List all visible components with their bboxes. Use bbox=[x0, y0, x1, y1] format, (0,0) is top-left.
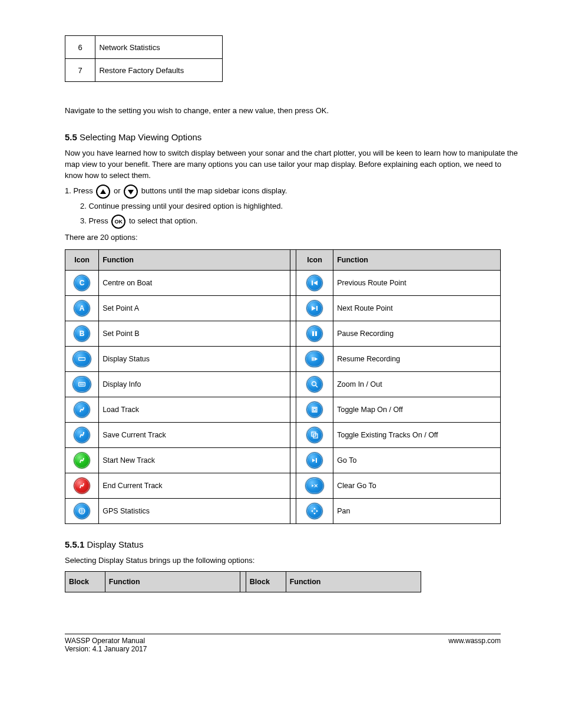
function-label: Start New Track bbox=[99, 448, 290, 473]
table-row: End Current Track Clear Go To bbox=[65, 473, 501, 499]
load-track-icon bbox=[74, 401, 90, 418]
col-header: Block bbox=[65, 571, 105, 592]
status-table: Block Function Block Function bbox=[65, 571, 421, 592]
svg-marker-25 bbox=[313, 513, 316, 515]
toggle-tracks-icon bbox=[306, 427, 323, 443]
go-to-icon bbox=[306, 452, 323, 469]
row-label: Restore Factory Defaults bbox=[95, 59, 223, 82]
zoom-icon bbox=[306, 376, 323, 393]
svg-marker-2 bbox=[312, 306, 316, 311]
table-row: B Set Point B Pause Recording bbox=[65, 321, 501, 347]
svg-rect-5 bbox=[315, 331, 317, 336]
table-row: Display Status Resume Recording bbox=[65, 347, 501, 372]
table-row: GPS Statistics Pan bbox=[65, 499, 501, 524]
svg-marker-27 bbox=[316, 510, 318, 512]
section-paragraph: Selecting Display Status brings up the f… bbox=[65, 555, 521, 566]
svg-rect-10 bbox=[79, 383, 85, 386]
svg-rect-8 bbox=[313, 357, 315, 361]
svg-marker-26 bbox=[311, 510, 313, 512]
toggle-map-icon bbox=[306, 401, 323, 418]
table-row: Display Info Zoom In / Out bbox=[65, 372, 501, 397]
resume-recording-icon bbox=[305, 351, 324, 367]
section-title: Display Status bbox=[84, 539, 143, 549]
pan-icon bbox=[306, 503, 323, 519]
step-1: 1. Press or buttons until the map sideba… bbox=[65, 185, 521, 199]
end-current-track-icon bbox=[74, 477, 90, 494]
svg-point-15 bbox=[83, 432, 84, 433]
previous-route-point-icon bbox=[306, 275, 323, 291]
col-header: Function bbox=[99, 250, 290, 271]
svg-rect-3 bbox=[316, 306, 318, 311]
instruction-text: Navigate to the setting you wish to chan… bbox=[65, 106, 521, 117]
table-row: 7 Restore Factory Defaults bbox=[65, 59, 223, 82]
section-number: 5.5.1 bbox=[65, 539, 84, 549]
svg-rect-0 bbox=[312, 281, 313, 285]
function-label: Display Status bbox=[99, 347, 290, 372]
start-new-track-icon bbox=[74, 452, 90, 469]
svg-marker-9 bbox=[315, 357, 318, 361]
section-number: 5.5 bbox=[65, 132, 77, 142]
display-info-icon bbox=[72, 376, 91, 393]
ok-icon: OK bbox=[111, 215, 125, 229]
centre-on-boat-icon: C bbox=[74, 275, 90, 291]
section-title: Selecting Map Viewing Options bbox=[77, 132, 202, 142]
clear-go-to-icon bbox=[305, 477, 324, 494]
save-track-icon bbox=[74, 427, 90, 443]
footer-left: WASSP Operator Manual bbox=[65, 637, 145, 645]
function-label: Next Route Point bbox=[333, 296, 501, 321]
gps-statistics-icon bbox=[74, 503, 90, 519]
icons-table: Icon Function Icon Function C Centre on … bbox=[65, 249, 501, 524]
section-heading: 5.5.1 Display Status bbox=[65, 539, 521, 549]
function-label: Toggle Existing Tracks On / Off bbox=[333, 423, 501, 448]
function-label: Centre on Boat bbox=[99, 271, 290, 296]
function-label: Clear Go To bbox=[333, 473, 501, 499]
col-header: Function bbox=[105, 571, 240, 592]
svg-line-14 bbox=[316, 386, 318, 387]
row-label: Network Statistics bbox=[95, 36, 223, 59]
row-number: 7 bbox=[65, 59, 95, 82]
function-label: Load Track bbox=[99, 397, 290, 423]
table-row: C Centre on Boat Previous Route Point bbox=[65, 271, 501, 296]
function-label: Previous Route Point bbox=[333, 271, 501, 296]
set-point-a-icon: A bbox=[74, 300, 90, 317]
next-route-point-icon bbox=[306, 300, 323, 317]
col-header: Icon bbox=[296, 250, 333, 271]
set-point-b-icon: B bbox=[74, 325, 90, 342]
table-row: Load Track Toggle Map On / Off bbox=[65, 397, 501, 423]
footer-version: Version: 4.1 January 2017 bbox=[65, 645, 521, 653]
svg-rect-7 bbox=[312, 357, 313, 361]
up-arrow-icon bbox=[96, 185, 110, 199]
svg-rect-6 bbox=[79, 358, 85, 361]
svg-rect-4 bbox=[312, 331, 314, 336]
svg-rect-19 bbox=[316, 458, 317, 463]
svg-point-13 bbox=[312, 382, 316, 386]
col-header: Icon bbox=[65, 250, 99, 271]
function-label: Resume Recording bbox=[333, 347, 501, 372]
function-label: Set Point B bbox=[99, 321, 290, 347]
function-label: Display Info bbox=[99, 372, 290, 397]
function-label: Set Point A bbox=[99, 296, 290, 321]
down-arrow-icon bbox=[124, 185, 138, 199]
pause-recording-icon bbox=[306, 325, 323, 342]
section-paragraph: Now you have learned how to switch displ… bbox=[65, 148, 521, 182]
submenu-table: 6 Network Statistics 7 Restore Factory D… bbox=[65, 35, 223, 82]
step-3: 3. Press OK to select that option. bbox=[80, 215, 521, 229]
col-header: Block bbox=[246, 571, 286, 592]
table-row: A Set Point A Next Route Point bbox=[65, 296, 501, 321]
step-2: 2. Continue pressing until your desired … bbox=[80, 201, 521, 212]
function-label: Save Current Track bbox=[99, 423, 290, 448]
function-label: Go To bbox=[333, 448, 501, 473]
col-header: Function bbox=[333, 250, 501, 271]
function-label: End Current Track bbox=[99, 473, 290, 499]
svg-marker-18 bbox=[312, 459, 315, 462]
function-label: Zoom In / Out bbox=[333, 372, 501, 397]
svg-marker-20 bbox=[312, 485, 313, 487]
table-row: 6 Network Statistics bbox=[65, 36, 223, 59]
row-number: 6 bbox=[65, 36, 95, 59]
col-header: Function bbox=[286, 571, 421, 592]
svg-marker-24 bbox=[313, 508, 316, 509]
display-status-icon bbox=[72, 351, 91, 367]
svg-marker-1 bbox=[313, 281, 318, 285]
page-footer: WASSP Operator Manual www.wassp.com Vers… bbox=[65, 634, 521, 653]
section-heading: 5.5 Selecting Map Viewing Options bbox=[65, 132, 521, 142]
